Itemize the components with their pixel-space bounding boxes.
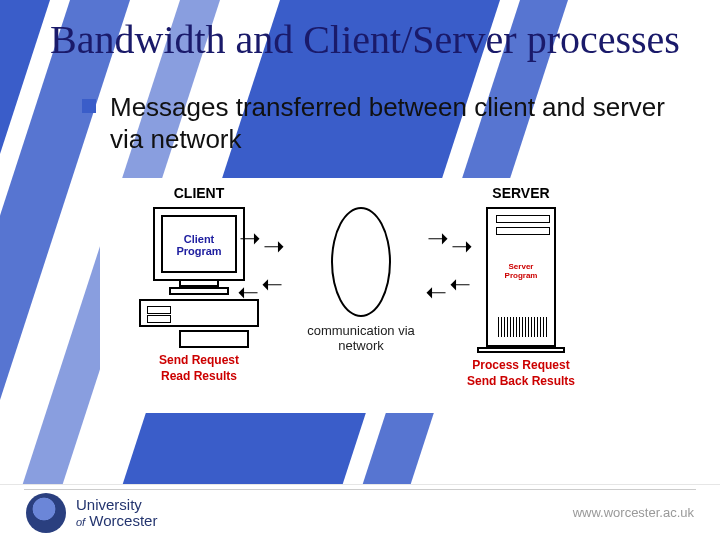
communication-label: communication via network (291, 323, 431, 354)
server-tower-icon: Server Program (486, 207, 556, 347)
network-column: communication via network (291, 207, 431, 354)
arrow-left-icon: ➝ (261, 271, 283, 297)
bullet-item: Messages transferred between client and … (50, 91, 680, 156)
logo-globe-icon (26, 493, 66, 533)
network-oval-icon (331, 207, 391, 317)
arrow-right-icon: ➝ (239, 225, 261, 251)
client-keyboard-icon (179, 330, 249, 348)
server-program-label: Server Program (494, 263, 548, 281)
arrow-right-icon: ➝ (427, 225, 449, 251)
footer: University of Worcester www.worcester.ac… (0, 484, 720, 540)
arrow-left-icon: ➝ (449, 271, 471, 297)
bullet-text: Messages transferred between client and … (110, 91, 680, 156)
client-label: CLIENT (109, 185, 289, 201)
arrow-left-icon: ➝ (237, 279, 259, 305)
logo-text: University of Worcester (76, 497, 157, 529)
slide-title: Bandwidth and Client/Server processes (50, 18, 680, 63)
client-program-label: Client Program (163, 233, 235, 257)
arrow-right-icon: ➝ (263, 233, 285, 259)
server-label: SERVER (431, 185, 611, 201)
arrow-left-icon: ➝ (425, 279, 447, 305)
arrow-right-icon: ➝ (451, 233, 473, 259)
server-caption: Process RequestSend Back Results (431, 357, 611, 389)
client-monitor-icon: Client Program (153, 207, 245, 281)
client-caption: Send RequestRead Results (109, 352, 289, 384)
university-logo: University of Worcester (26, 493, 157, 533)
client-server-diagram: CLIENT Client Program Send RequestRead R… (100, 178, 620, 413)
bullet-square-icon (82, 99, 96, 113)
footer-url: www.worcester.ac.uk (573, 505, 694, 520)
